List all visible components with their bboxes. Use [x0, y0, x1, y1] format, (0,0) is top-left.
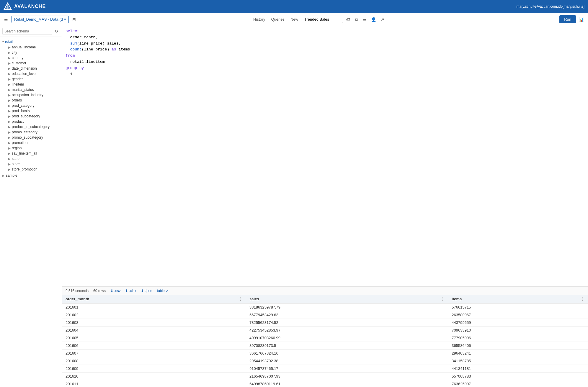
table-cell-order_month: 201611 — [62, 380, 246, 387]
list-item[interactable]: ▶prod_family — [6, 108, 62, 114]
sample-group-name: sample — [6, 173, 17, 178]
table-view-btn[interactable]: table ↗ — [157, 289, 169, 293]
schema-group-sample: ▶ sample — [0, 173, 62, 178]
list-item[interactable]: ▶product — [6, 119, 62, 124]
table-cell-items: 709633910 — [448, 327, 588, 334]
list-item[interactable]: ▶prod_category — [6, 103, 62, 108]
list-item[interactable]: ▶promotion — [6, 140, 62, 145]
table-cell-order_month: 201602 — [62, 311, 246, 319]
table-cell-order_month: 201609 — [62, 365, 246, 373]
schema-search-input[interactable] — [2, 28, 52, 35]
download-xlsx-btn[interactable]: ⬇ .xlsx — [125, 289, 136, 293]
chevron-icon: ▶ — [8, 136, 11, 139]
retail-group-name: retail — [5, 40, 13, 44]
chevron-icon: ▶ — [8, 163, 11, 166]
list-item[interactable]: ▶region — [6, 145, 62, 151]
xlsx-label: .xlsx — [129, 289, 136, 293]
query-name-input[interactable] — [302, 16, 343, 23]
item-label: store_promotion — [12, 167, 37, 171]
download-csv-btn[interactable]: ⬇ .csv — [110, 289, 120, 293]
chevron-icon: ▶ — [8, 115, 11, 118]
list-item[interactable]: ▶sav_lineitem_all — [6, 151, 62, 156]
item-label: lineitem — [12, 82, 24, 86]
list-btn[interactable]: ☰ — [361, 16, 368, 23]
list-item[interactable]: ▶education_level — [6, 71, 62, 76]
history-btn[interactable]: History — [251, 16, 267, 23]
table-row: 20160256779453429.63263580967 — [62, 311, 588, 319]
chevron-icon: ▶ — [8, 94, 11, 97]
table-cell-sales: 409910703260.99 — [246, 334, 448, 342]
list-item[interactable]: ▶lineitem — [6, 82, 62, 87]
list-item[interactable]: ▶promo_category — [6, 129, 62, 135]
col-header-order-month[interactable]: order_month ⋮ — [62, 295, 246, 303]
run-btn[interactable]: Run — [559, 15, 576, 23]
list-item[interactable]: ▶store_promotion — [6, 167, 62, 172]
item-label: region — [12, 146, 22, 150]
col-menu-icon[interactable]: ⋮ — [441, 297, 445, 301]
chevron-icon: ▶ — [8, 125, 11, 129]
list-item[interactable]: ▶country — [6, 55, 62, 60]
chevron-icon: ▶ — [8, 152, 11, 155]
item-label: occupation_industry — [12, 93, 43, 97]
export-btn[interactable]: ↗ — [379, 16, 386, 23]
table-row: 20160689708239173.5365586406 — [62, 342, 588, 350]
list-item[interactable]: ▶city — [6, 50, 62, 55]
list-item[interactable]: ▶gender — [6, 76, 62, 82]
sql-editor[interactable]: select order_month, sum(line_price) sale… — [62, 26, 588, 287]
list-item[interactable]: ▶product_in_subcategory — [6, 124, 62, 129]
user-btn[interactable]: 👤 — [369, 16, 378, 23]
editor-area: select order_month, sum(line_price) sale… — [62, 26, 588, 387]
list-item[interactable]: ▶marital_status — [6, 87, 62, 92]
table-row: 20160378255623174.52443799659 — [62, 319, 588, 327]
item-label: product — [12, 119, 24, 124]
list-item[interactable]: ▶customer — [6, 60, 62, 66]
list-item[interactable]: ▶date_dimension — [6, 66, 62, 71]
refresh-schema-btn[interactable]: ↻ — [53, 28, 59, 34]
table-cell-sales: 78255623174.52 — [246, 319, 448, 327]
table-cell-sales: 29544193702.38 — [246, 357, 448, 365]
download-json-btn[interactable]: ⬇ .json — [141, 289, 152, 293]
item-label: state — [12, 157, 19, 161]
external-link-icon: ↗ — [166, 289, 169, 293]
chevron-icon: ▶ — [8, 104, 11, 107]
list-item[interactable]: ▶orders — [6, 98, 62, 103]
user-info: mary.schulte@actian.com.idp[mary.schulte… — [517, 4, 584, 9]
table-cell-items: 763625997 — [448, 380, 588, 387]
list-item[interactable]: ▶occupation_industry — [6, 92, 62, 98]
table-row: 201601381863259787.79576615715 — [62, 303, 588, 311]
list-item[interactable]: ▶prod_subcategory — [6, 114, 62, 119]
item-label: city — [12, 50, 17, 55]
schema-group-retail-label[interactable]: ▾ retail — [0, 39, 62, 45]
chart-btn[interactable]: 📊 — [577, 16, 586, 23]
table-row: 201610216546987007.93557008783 — [62, 373, 588, 380]
list-item[interactable]: ▶state — [6, 156, 62, 161]
table-cell-items: 296403241 — [448, 350, 588, 357]
retail-items: ▶annual_income ▶city ▶country ▶customer … — [0, 45, 62, 172]
col-header-sales[interactable]: sales ⋮ — [246, 295, 448, 303]
sidebar-toggle-btn[interactable]: ☰ — [2, 16, 10, 23]
toolbar-left: ☰ Retail_Demo_MAS - Data (d ▾ ⊞ — [2, 16, 78, 23]
schema-group-sample-label[interactable]: ▶ sample — [0, 173, 62, 178]
dropdown-arrow-icon: ▾ — [64, 17, 66, 22]
chevron-icon: ▶ — [8, 120, 11, 123]
queries-btn[interactable]: Queries — [269, 16, 287, 23]
grid-view-btn[interactable]: ⊞ — [71, 16, 78, 23]
chevron-icon: ▶ — [8, 141, 11, 145]
list-item[interactable]: ▶store — [6, 161, 62, 167]
copy-btn[interactable]: ⧉ — [353, 16, 360, 23]
schema-tree: ▾ retail ▶annual_income ▶city ▶country ▶… — [0, 37, 62, 387]
item-label: customer — [12, 61, 26, 65]
col-menu-icon[interactable]: ⋮ — [581, 297, 584, 301]
col-menu-icon[interactable]: ⋮ — [239, 297, 242, 301]
list-item[interactable]: ▶promo_subcategory — [6, 135, 62, 140]
tag-btn[interactable]: 🏷 — [344, 16, 352, 23]
table-row: 201605409910703260.99777905996 — [62, 334, 588, 342]
col-header-items[interactable]: items ⋮ — [448, 295, 588, 303]
chevron-icon: ▶ — [8, 99, 11, 102]
results-tbody: 201601381863259787.795766157152016025677… — [62, 303, 588, 387]
table-cell-sales: 91045737465.17 — [246, 365, 448, 373]
chevron-icon: ▶ — [8, 46, 11, 49]
new-btn[interactable]: New — [288, 16, 300, 23]
database-selector[interactable]: Retail_Demo_MAS - Data (d ▾ — [12, 16, 69, 23]
list-item[interactable]: ▶annual_income — [6, 45, 62, 50]
